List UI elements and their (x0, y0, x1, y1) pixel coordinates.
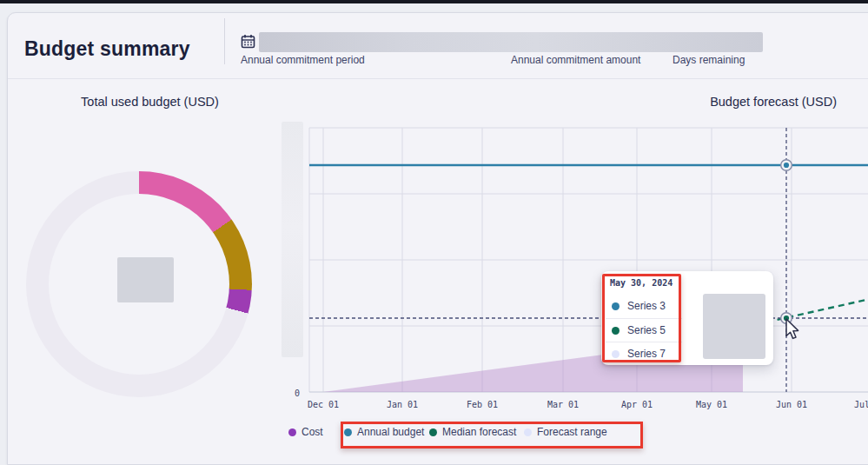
header-divider (224, 18, 225, 64)
x-tick-may: May 01 (696, 400, 727, 409)
x-tick-dec: Dec 01 (308, 400, 339, 409)
header-bottom-border (8, 78, 868, 79)
budget-summary-page: Budget summary Annual commitment period … (0, 0, 868, 465)
x-tick-jul: Jul (854, 400, 868, 409)
cost-dot-icon (288, 428, 296, 436)
x-tick-mar: Mar 01 (547, 400, 579, 409)
donut-center-redacted-value (117, 257, 174, 302)
legend-item-cost[interactable]: Cost (288, 426, 323, 438)
budget-forecast-chart[interactable]: Dec 01 Jan 01 Feb 01 Mar 01 Apr 01 May 0… (278, 117, 868, 417)
header-redacted-values (259, 32, 763, 52)
page-title: Budget summary (24, 37, 190, 61)
x-tick-apr: Apr 01 (621, 400, 653, 409)
window-top-edge (0, 0, 868, 3)
x-tick-jan: Jan 01 (387, 400, 418, 409)
mouse-cursor-icon (783, 317, 804, 343)
x-tick-jun: Jun 01 (776, 400, 807, 409)
days-remaining-label: Days remaining (673, 54, 745, 66)
annual-commitment-amount-label: Annual commitment amount (511, 54, 640, 66)
donut-chart-title: Total used budget (USD) (26, 95, 274, 109)
chart-tooltip: May 30, 2024 Series 3 Series 5 Series 7 (601, 271, 773, 365)
annotation-box-tooltip (602, 274, 681, 362)
legend-cost-label: Cost (301, 426, 323, 438)
annual-budget-hover-marker[interactable] (781, 160, 792, 171)
x-tick-feb: Feb 01 (467, 400, 498, 409)
forecast-chart-title: Budget forecast (USD) (606, 95, 837, 109)
calendar-icon (241, 34, 255, 49)
x-axis-tick-labels: Dec 01 Jan 01 Feb 01 Mar 01 Apr 01 May 0… (308, 400, 868, 409)
y-axis-zero-label: 0 (295, 389, 300, 398)
tooltip-redacted-values (703, 294, 765, 359)
total-used-budget-donut[interactable] (26, 171, 252, 397)
annual-commitment-period-label: Annual commitment period (241, 54, 365, 66)
annotation-box-legend (341, 422, 643, 448)
